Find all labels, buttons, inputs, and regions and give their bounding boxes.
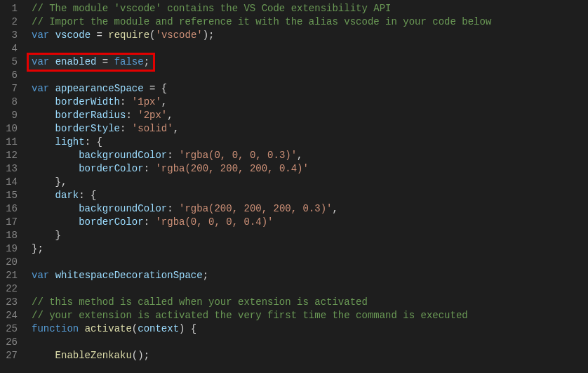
code-token: : { (85, 136, 102, 148)
code-token: = (91, 30, 108, 41)
code-token: activate (85, 323, 132, 334)
code-token: : { (79, 190, 96, 201)
code-token: dark (55, 190, 79, 201)
code-token: ) { (179, 323, 196, 334)
code-token: '1px' (132, 96, 161, 107)
code-token (32, 123, 55, 134)
code-line[interactable]: var vscode = require('vscode'); (25, 29, 588, 42)
line-number: 20 (0, 256, 18, 269)
code-token (32, 136, 55, 148)
code-token: , (161, 96, 167, 107)
code-token: 'rgba(200, 200, 200, 0.4)' (155, 163, 308, 174)
code-token (32, 96, 55, 107)
code-token: ( (132, 323, 138, 334)
code-line[interactable]: borderStyle: 'solid', (25, 122, 588, 136)
code-token (32, 216, 79, 228)
code-token: '2px' (138, 110, 167, 121)
line-number: 13 (0, 162, 18, 176)
code-line[interactable] (25, 69, 588, 82)
line-number: 23 (0, 296, 18, 309)
line-number: 15 (0, 189, 18, 202)
code-token: , (333, 203, 338, 214)
code-token: vscode (55, 30, 91, 41)
code-token: enabled (55, 56, 97, 67)
code-token: // The module 'vscode' contains the VS C… (32, 3, 391, 14)
code-line[interactable]: var whitespaceDecorationSpace; (25, 269, 588, 282)
line-number: 17 (0, 216, 18, 229)
code-token: borderColor (79, 163, 143, 174)
code-token: // your extension is activated the very … (32, 310, 468, 321)
code-line[interactable]: backgroundColor: 'rgba(200, 200, 200, 0.… (25, 202, 588, 216)
line-number-gutter: 1234567891011121314151617181920212223242… (0, 0, 25, 373)
code-token (49, 83, 55, 94)
code-line[interactable]: // Import the module and reference it wi… (25, 15, 588, 29)
code-token (32, 203, 79, 214)
code-line[interactable]: // The module 'vscode' contains the VS C… (25, 2, 588, 15)
code-line[interactable]: backgroundColor: 'rgba(0, 0, 0, 0.3)', (25, 149, 588, 162)
line-number: 14 (0, 176, 18, 189)
code-token: // this method is called when your exten… (32, 296, 368, 308)
code-token: var (32, 83, 49, 94)
line-number: 10 (0, 122, 18, 136)
code-token: }; (32, 243, 44, 254)
line-number: 2 (0, 15, 18, 29)
code-token (32, 150, 79, 161)
code-token: ; (144, 56, 149, 67)
code-token: : (144, 216, 156, 228)
code-line[interactable]: } (25, 229, 588, 242)
code-line[interactable]: // this method is called when your exten… (25, 296, 588, 309)
code-token (79, 323, 84, 334)
code-line[interactable] (25, 256, 588, 269)
code-token: // Import the module and reference it wi… (32, 16, 491, 27)
code-token (49, 56, 55, 67)
code-line[interactable]: borderColor: 'rgba(200, 200, 200, 0.4)' (25, 162, 588, 176)
code-token: : (120, 123, 132, 134)
code-line[interactable]: }, (25, 176, 588, 189)
line-number: 6 (0, 69, 18, 82)
code-token: : (120, 96, 132, 107)
code-line[interactable]: // your extension is activated the very … (25, 309, 588, 322)
code-line[interactable]: dark: { (25, 189, 588, 202)
code-token: = (96, 56, 114, 67)
code-token: }, (32, 176, 67, 188)
line-number: 12 (0, 149, 18, 162)
code-editor[interactable]: // The module 'vscode' contains the VS C… (25, 0, 588, 373)
code-line[interactable] (25, 336, 588, 349)
code-line[interactable]: borderColor: 'rgba(0, 0, 0, 0.4)' (25, 216, 588, 229)
code-line[interactable]: borderRadius: '2px', (25, 109, 588, 122)
line-number: 16 (0, 202, 18, 216)
code-line[interactable]: var appearanceSpace = { (25, 82, 588, 96)
code-line[interactable]: }; (25, 242, 588, 256)
code-token: , (173, 123, 179, 134)
code-token: appearanceSpace (55, 83, 144, 94)
code-token: whitespaceDecorationSpace (55, 270, 203, 281)
code-line[interactable]: var enabled = false; (25, 55, 588, 69)
code-token: : (167, 203, 179, 214)
code-token: var (32, 30, 49, 41)
line-number: 3 (0, 29, 18, 42)
code-token (32, 163, 79, 174)
code-line[interactable] (25, 282, 588, 296)
code-line[interactable]: function activate(context) { (25, 322, 588, 336)
code-line[interactable] (25, 42, 588, 55)
code-token: = { (144, 83, 168, 94)
line-number: 18 (0, 229, 18, 242)
code-token: borderStyle (55, 123, 120, 134)
code-line[interactable]: borderWidth: '1px', (25, 96, 588, 109)
code-token: var (32, 56, 49, 67)
line-number: 1 (0, 2, 18, 15)
line-number: 5 (0, 55, 18, 69)
line-number: 26 (0, 336, 18, 349)
line-number: 9 (0, 109, 18, 122)
line-number: 22 (0, 282, 18, 296)
code-token: } (32, 230, 61, 241)
code-line[interactable]: EnableZenkaku(); (25, 349, 588, 362)
code-token: : (144, 163, 156, 174)
line-number: 4 (0, 42, 18, 55)
code-token (49, 30, 55, 41)
code-token: EnableZenkaku (55, 350, 132, 361)
code-token: , (297, 150, 302, 161)
code-token: context (138, 323, 179, 334)
code-token: var (32, 270, 49, 281)
code-line[interactable]: light: { (25, 136, 588, 149)
